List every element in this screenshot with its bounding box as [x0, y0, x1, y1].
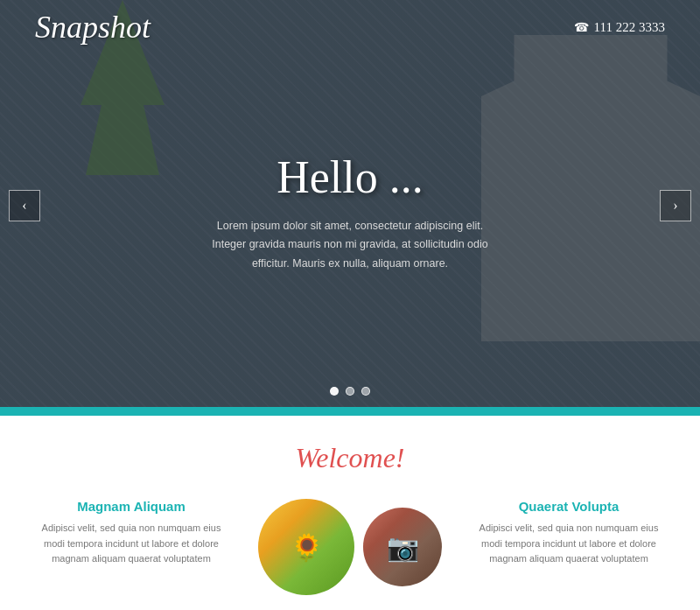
slider-next-button[interactable]: › — [660, 190, 691, 221]
site-logo: Snapshot — [35, 9, 150, 46]
chevron-left-icon: ‹ — [22, 198, 26, 214]
slider-dots — [330, 387, 370, 396]
image-placeholder-1: 🌻 — [258, 499, 354, 595]
card-left-text: Adipisci velit, sed quia non numquam eiu… — [35, 521, 228, 567]
slider-prev-button[interactable]: ‹ — [9, 190, 40, 221]
hero-title: Hello ... — [201, 151, 499, 203]
accent-divider — [0, 411, 700, 416]
slider-dot-2[interactable] — [346, 387, 354, 396]
phone-icon: ☎ — [574, 20, 589, 35]
card-right: Quaerat Volupta Adipisci velit, sed quia… — [472, 499, 665, 567]
card-left: Magnam Aliquam Adipisci velit, sed quia … — [35, 499, 228, 567]
center-images: 🌻 📷 — [258, 499, 442, 595]
site-header: Snapshot ☎ 111 222 3333 — [0, 0, 700, 54]
cards-row: Magnam Aliquam Adipisci velit, sed quia … — [35, 499, 665, 595]
hero-body: Lorem ipsum dolor sit amet, consectetur … — [201, 217, 499, 273]
image-placeholder-2: 📷 — [363, 508, 442, 586]
chevron-right-icon: › — [673, 198, 677, 214]
card-right-text: Adipisci velit, sed quia non numquam eiu… — [472, 521, 665, 567]
content-section: Welcome! Magnam Aliquam Adipisci velit, … — [0, 416, 700, 610]
welcome-heading: Welcome! — [35, 442, 665, 474]
card-left-title: Magnam Aliquam — [35, 499, 228, 514]
hero-section: Snapshot ☎ 111 222 3333 Hello ... Lorem … — [0, 0, 700, 411]
card-right-title: Quaerat Volupta — [472, 499, 665, 514]
circle-image-1: 🌻 — [258, 499, 354, 595]
circle-image-2: 📷 — [363, 508, 442, 586]
phone-number: ☎ 111 222 3333 — [574, 20, 665, 35]
hero-content: Hello ... Lorem ipsum dolor sit amet, co… — [201, 151, 499, 273]
slider-dot-3[interactable] — [361, 387, 370, 396]
slider-dot-1[interactable] — [330, 387, 339, 396]
phone-text: 111 222 3333 — [594, 20, 665, 35]
